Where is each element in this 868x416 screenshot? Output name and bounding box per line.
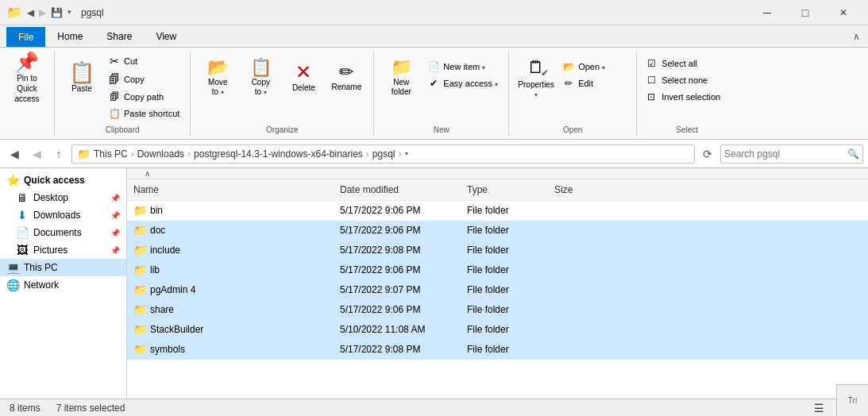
search-input[interactable]	[724, 148, 844, 160]
refresh-button[interactable]: ⟳	[698, 144, 717, 164]
breadcrumb-postgres[interactable]: postgresql-14.3-1-windows-x64-binaries	[194, 148, 363, 160]
tab-home[interactable]: Home	[45, 25, 95, 47]
file-date-cell: 5/17/2022 9:08 PM	[334, 342, 461, 356]
easy-access-button[interactable]: ✔ Easy access ▾	[423, 75, 502, 91]
main-content: ⭐ Quick access 🖥 Desktop 📌 ⬇ Downloads 📌…	[0, 168, 868, 399]
copy-path-button[interactable]: 🗐 Copy path	[104, 89, 183, 105]
table-row[interactable]: 📁 doc 5/17/2022 9:06 PM File folder	[127, 221, 868, 241]
table-row[interactable]: 📁 symbols 5/17/2022 9:08 PM File folder	[127, 340, 868, 360]
sidebar-item-network[interactable]: 🌐 Network	[0, 276, 126, 294]
sidebar-label-downloads: Downloads	[33, 210, 80, 221]
close-button[interactable]: ✕	[825, 1, 862, 25]
back-button[interactable]: ◀	[5, 144, 24, 164]
col-header-name[interactable]: Name	[127, 183, 334, 197]
ribbon-group-new: 📁 Newfolder 📄 New item ▾ ✔ Easy access ▾…	[374, 51, 509, 136]
breadcrumb-dropdown[interactable]: ▾	[405, 150, 408, 157]
file-name: share	[150, 304, 174, 315]
col-header-date[interactable]: Date modified	[334, 183, 461, 197]
maximize-button[interactable]: □	[787, 1, 824, 25]
file-size-cell	[548, 209, 611, 212]
tb-dropdown-btn[interactable]: ▾	[68, 9, 71, 16]
pin-to-quick-access-button[interactable]: 📌 Pin to Quickaccess	[6, 52, 48, 103]
paste-shortcut-button[interactable]: 📋 Paste shortcut	[104, 106, 183, 121]
table-row[interactable]: 📁 share 5/17/2022 9:06 PM File folder	[127, 300, 868, 320]
new-item-button[interactable]: 📄 New item ▾	[423, 59, 502, 75]
cut-button[interactable]: ✂ Cut	[104, 52, 183, 70]
file-name: lib	[150, 264, 160, 275]
tb-forward-btn[interactable]: ▶	[39, 8, 46, 17]
file-date-cell: 5/10/2022 11:08 AM	[334, 322, 461, 337]
file-name: bin	[150, 205, 163, 216]
col-type-label: Type	[467, 184, 488, 195]
sidebar-label-quick-access: Quick access	[24, 175, 85, 186]
ribbon-group-new-label: New	[374, 125, 508, 134]
copy-button[interactable]: 🗐 Copy	[104, 71, 183, 88]
sidebar-item-this-pc[interactable]: 💻 This PC	[0, 259, 126, 276]
col-header-size[interactable]: Size	[548, 183, 611, 197]
tab-view[interactable]: View	[144, 25, 188, 47]
ribbon-group-open: 🗒 ✔ Properties ▾ 📂 Open ▾ ✏ Edit Open	[509, 51, 637, 136]
folder-icon: 📁	[133, 244, 147, 256]
file-name-cell: 📁 StackBuilder	[127, 322, 334, 337]
select-all-button[interactable]: ☑ Select all	[643, 56, 731, 71]
file-name-cell: 📁 include	[127, 242, 334, 258]
downloads-icon: ⬇	[16, 209, 29, 221]
breadcrumb-pgsql[interactable]: pgsql	[372, 148, 395, 160]
sidebar-label-this-pc: This PC	[24, 262, 58, 273]
forward-button[interactable]: ◀	[27, 144, 46, 164]
file-name: include	[150, 245, 180, 256]
this-pc-icon: 💻	[6, 261, 19, 274]
window-controls: ─ □ ✕	[749, 1, 862, 25]
tab-share[interactable]: Share	[95, 25, 144, 47]
breadcrumb-this-pc[interactable]: This PC	[94, 148, 128, 160]
folder-icon: 📁	[133, 224, 147, 237]
table-row[interactable]: 📁 lib 5/17/2022 9:06 PM File folder	[127, 260, 868, 280]
sidebar-item-pictures[interactable]: 🖼 Pictures 📌	[0, 241, 126, 259]
ribbon-group-clipboard: 📋 Paste ✂ Cut 🗐 Copy 🗐 Copy path 📋	[55, 51, 191, 136]
sidebar-item-downloads[interactable]: ⬇ Downloads 📌	[0, 206, 126, 224]
file-name-cell: 📁 doc	[127, 222, 334, 238]
table-row[interactable]: 📁 bin 5/17/2022 9:06 PM File folder	[127, 201, 868, 221]
new-folder-icon: 📁	[391, 59, 412, 76]
file-name-cell: 📁 share	[127, 302, 334, 318]
breadcrumb-downloads[interactable]: Downloads	[137, 148, 184, 160]
ribbon-collapse-btn[interactable]: ∧	[845, 26, 868, 47]
search-box: 🔍	[720, 144, 863, 164]
file-type-cell: File folder	[461, 203, 548, 218]
select-none-button[interactable]: ☐ Select none	[643, 72, 731, 88]
folder-icon: 📁	[133, 283, 147, 296]
file-date-cell: 5/17/2022 9:06 PM	[334, 263, 461, 277]
file-date-cell: 5/17/2022 9:06 PM	[334, 223, 461, 237]
breadcrumb[interactable]: 📁 This PC › Downloads › postgresql-14.3-…	[71, 144, 695, 164]
minimize-button[interactable]: ─	[749, 1, 785, 25]
rename-button[interactable]: ✏ Rename	[326, 52, 367, 103]
ribbon-group-select: ☑ Select all ☐ Select none ⊡ Invert sele…	[637, 51, 737, 136]
sidebar-item-desktop[interactable]: 🖥 Desktop 📌	[0, 189, 126, 206]
table-row[interactable]: 📁 include 5/17/2022 9:08 PM File folder	[127, 241, 868, 260]
sidebar-item-quick-access[interactable]: ⭐ Quick access	[0, 171, 126, 189]
table-row[interactable]: 📁 StackBuilder 5/10/2022 11:08 AM File f…	[127, 320, 868, 340]
delete-button[interactable]: ✕ Delete	[283, 52, 324, 103]
new-folder-button[interactable]: 📁 Newfolder	[380, 52, 422, 103]
copy-to-button[interactable]: 📋 Copy to ▾	[240, 52, 281, 103]
col-header-type[interactable]: Type	[461, 183, 548, 197]
quick-access-icon: ⭐	[6, 174, 19, 187]
sidebar-item-documents[interactable]: 📄 Documents 📌	[0, 224, 126, 241]
search-icon[interactable]: 🔍	[847, 148, 859, 160]
view-toggle-details[interactable]: ☰	[811, 400, 827, 416]
pictures-icon: 🖼	[16, 244, 29, 256]
paste-button[interactable]: 📋 Paste	[61, 52, 102, 103]
sort-arrow-row: ∧	[127, 168, 868, 179]
table-row[interactable]: 📁 pgAdmin 4 5/17/2022 9:07 PM File folde…	[127, 280, 868, 300]
open-button[interactable]: 📂 Open ▾	[558, 59, 630, 75]
file-type-cell: File folder	[461, 223, 548, 237]
file-size-cell	[548, 268, 611, 272]
tab-file[interactable]: File	[6, 27, 45, 47]
edit-button[interactable]: ✏ Edit	[558, 75, 630, 91]
properties-button[interactable]: 🗒 ✔ Properties ▾	[515, 52, 557, 103]
tb-back-btn[interactable]: ◀	[27, 8, 34, 17]
move-to-button[interactable]: 📂 Move to ▾	[197, 52, 238, 103]
invert-selection-button[interactable]: ⊡ Invert selection	[643, 89, 731, 105]
up-button[interactable]: ↑	[49, 144, 68, 164]
tb-save-btn[interactable]: 💾	[51, 8, 63, 17]
